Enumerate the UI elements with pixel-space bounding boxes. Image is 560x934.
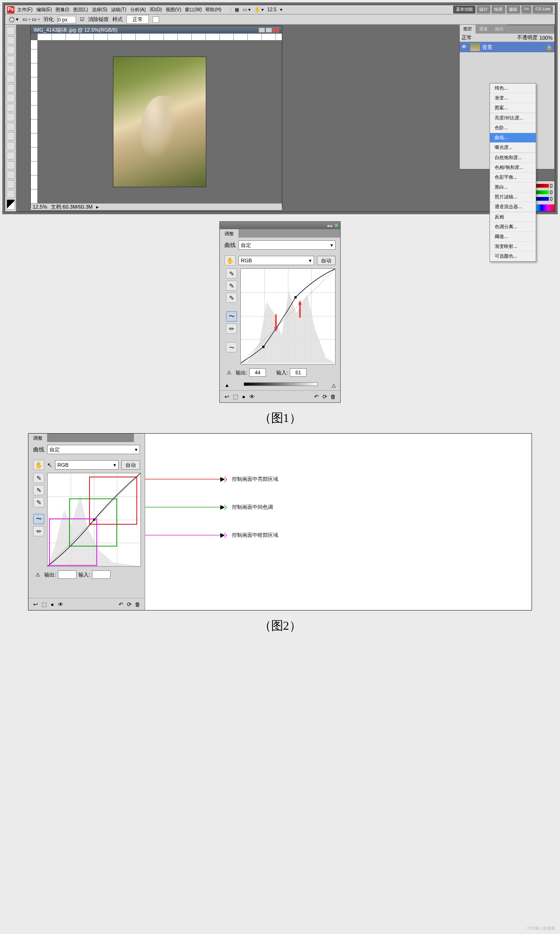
tab-paths[interactable]: 路径 <box>491 25 507 34</box>
crop-tool[interactable] <box>7 65 15 73</box>
brush-tool[interactable] <box>7 94 15 102</box>
menu-help[interactable]: 帮助(H) <box>205 7 221 13</box>
window-min-button[interactable] <box>259 28 265 33</box>
layer-background[interactable]: 👁 背景 🔒 <box>460 42 554 52</box>
workspace-paint[interactable]: 绘画 <box>491 6 505 14</box>
workspace-more[interactable]: >> <box>521 6 532 14</box>
menu-channelmixer[interactable]: 通道混合器... <box>490 202 536 212</box>
menu-solid[interactable]: 纯色... <box>490 84 536 93</box>
menu-pattern[interactable]: 图案... <box>490 103 536 113</box>
cs-live[interactable]: CS Live <box>532 6 553 14</box>
menu-bw[interactable]: 黑白... <box>490 183 536 192</box>
return-icon[interactable]: ↩ <box>223 393 231 401</box>
curve-pencil-tool[interactable]: ✏ <box>226 323 237 334</box>
tab-layers[interactable]: 图层 <box>460 25 476 34</box>
menu-exposure[interactable]: 曝光度... <box>490 143 536 153</box>
fg-swatch[interactable] <box>153 16 159 23</box>
preset-select[interactable]: 自定▾ <box>238 240 336 250</box>
marquee-tool[interactable] <box>7 36 15 45</box>
panel-close-icon[interactable]: ✕ <box>334 223 338 229</box>
output-input[interactable] <box>249 368 266 377</box>
menu-window[interactable]: 窗口(W) <box>185 7 202 13</box>
menu-threshold[interactable]: 阈值... <box>490 232 536 242</box>
workspace-photo[interactable]: 摄影 <box>506 6 520 14</box>
tab-adjustments-2[interactable]: 调整 <box>28 434 47 442</box>
path-tool[interactable] <box>7 180 15 189</box>
menu-vibrance[interactable]: 自然饱和度... <box>490 153 536 163</box>
menu-levels[interactable]: 色阶... <box>490 123 536 133</box>
channel-select-2[interactable]: RGB▾ <box>55 460 119 470</box>
menu-analysis[interactable]: 分析(A) <box>130 7 146 13</box>
menu-select[interactable]: 选择(S) <box>92 7 107 13</box>
menu-3d[interactable]: 3D(D) <box>149 7 162 12</box>
auto-button-2[interactable]: 自动 <box>121 460 140 470</box>
menu-photofilter[interactable]: 照片滤镜... <box>490 192 536 202</box>
auto-button[interactable]: 自动 <box>317 256 336 265</box>
history-brush-tool[interactable] <box>7 113 15 121</box>
menu-invert[interactable]: 反相 <box>490 212 536 222</box>
wand-tool[interactable] <box>7 56 15 64</box>
pen-tool[interactable] <box>7 161 15 169</box>
output-input-2[interactable] <box>58 570 77 579</box>
menu-file[interactable]: 文件(F) <box>17 7 33 13</box>
eyedropper-white[interactable]: ✎ <box>226 293 237 303</box>
target-adjust-tool-2[interactable]: ✋ <box>33 460 44 470</box>
menu-filter[interactable]: 滤镜(T) <box>111 7 126 13</box>
eyedropper-black-2[interactable]: ✎ <box>33 473 44 483</box>
eyedropper-tool[interactable] <box>7 75 15 83</box>
menu-gradmap[interactable]: 渐变映射... <box>490 242 536 252</box>
input-input[interactable] <box>290 368 307 377</box>
menu-curves[interactable]: 曲线... <box>490 133 536 143</box>
feather-input[interactable] <box>57 16 76 23</box>
menu-colorbalance[interactable]: 色彩平衡... <box>490 173 536 183</box>
zoom-level[interactable]: 12.5 <box>267 7 276 12</box>
curves-graph-2[interactable] <box>47 473 141 567</box>
curve-pencil-tool-2[interactable]: ✏ <box>33 526 44 536</box>
gradient-strip[interactable] <box>244 382 318 386</box>
menu-hue[interactable]: 色相/饱和度... <box>490 163 536 173</box>
move-tool[interactable] <box>7 27 15 35</box>
panel-collapse-icon[interactable]: ◂◂ <box>327 223 332 229</box>
view-icon[interactable]: 👁 <box>248 393 256 401</box>
dodge-tool[interactable] <box>7 152 15 160</box>
curves-graph[interactable] <box>240 268 336 365</box>
preset-select-2[interactable]: 自定▾ <box>47 445 140 454</box>
target-adjust-tool[interactable]: ✋ <box>224 255 236 266</box>
eyedropper-white-2[interactable]: ✎ <box>33 497 44 507</box>
menu-image[interactable]: 图像(I) <box>56 7 69 13</box>
gradient-tool[interactable] <box>7 132 15 140</box>
eyedropper-gray[interactable]: ✎ <box>226 281 237 291</box>
smooth-button[interactable]: ⤳ <box>226 342 237 352</box>
trash-icon[interactable]: 🗑 <box>329 393 337 401</box>
expand-icon[interactable]: ⬚ <box>231 393 239 401</box>
curve-point-tool[interactable]: 〜 <box>226 311 237 322</box>
menu-selcolor[interactable]: 可选颜色... <box>490 252 536 261</box>
canvas[interactable] <box>37 40 282 204</box>
input-input-2[interactable] <box>92 570 111 579</box>
lasso-tool[interactable] <box>7 46 15 54</box>
menu-gradient[interactable]: 渐变... <box>490 93 536 103</box>
prev-icon[interactable]: ↶ <box>312 393 321 401</box>
menu-brightness[interactable]: 亮度/对比度... <box>490 113 536 123</box>
clip-warning-icon[interactable]: ⚠ <box>224 368 234 377</box>
clip-icon[interactable]: ● <box>239 393 248 401</box>
tab-channels[interactable]: 通道 <box>476 25 491 34</box>
menu-edit[interactable]: 编辑(E) <box>36 7 52 13</box>
color-swatches[interactable] <box>7 199 15 209</box>
menu-posterize[interactable]: 色调分离... <box>490 222 536 232</box>
blur-tool[interactable] <box>7 142 15 150</box>
window-max-button[interactable] <box>266 28 272 33</box>
tab-adjustments[interactable]: 调整 <box>220 229 238 238</box>
menu-layer[interactable]: 图层(L) <box>73 7 88 13</box>
eyedropper-black[interactable]: ✎ <box>226 268 237 279</box>
panel-menu-icon[interactable]: ▾≡ <box>134 434 145 442</box>
stamp-tool[interactable] <box>7 104 15 112</box>
heal-tool[interactable] <box>7 84 15 92</box>
style-select[interactable]: 正常 <box>126 15 149 24</box>
channel-select[interactable]: RGB▾ <box>238 256 314 265</box>
reset-icon[interactable]: ⟳ <box>321 393 329 401</box>
workspace-design[interactable]: 设计 <box>476 6 490 14</box>
eraser-tool[interactable] <box>7 123 15 131</box>
menu-view[interactable]: 视图(V) <box>166 7 181 13</box>
text-tool[interactable] <box>7 171 15 179</box>
